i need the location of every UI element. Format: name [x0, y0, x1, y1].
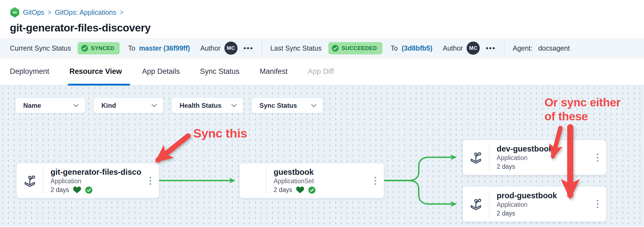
- agent-label: Agent:: [513, 44, 532, 52]
- annotation-or-sync-line1: Or sync either: [545, 96, 620, 109]
- node-age: 2 days: [497, 163, 515, 170]
- current-author-label: Author: [200, 44, 221, 52]
- breadcrumb-separator: >: [48, 8, 52, 16]
- filter-kind-dropdown[interactable]: Kind: [93, 98, 163, 113]
- node-kind: Application: [497, 154, 589, 162]
- breadcrumb-applications[interactable]: GitOps: Applications: [55, 8, 116, 16]
- node-kebab-menu[interactable]: [589, 153, 606, 162]
- node-title: prod-guestbook: [497, 191, 589, 200]
- sync-check-icon: [85, 186, 93, 194]
- edge-appset-to-prod: [384, 181, 456, 204]
- node-kebab-menu[interactable]: [589, 200, 606, 208]
- synced-badge-label: SYNCED: [91, 45, 115, 51]
- tab-deployment[interactable]: Deployment: [10, 58, 49, 85]
- node-title: git-generator-files-disco...: [51, 168, 142, 177]
- status-divider: [262, 42, 262, 54]
- node-git-generator-files-discovery[interactable]: git-generator-files-disco... Application…: [16, 163, 159, 198]
- current-to-label: To: [128, 44, 135, 52]
- sync-status-bar: Current Sync Status SYNCED To master (36…: [0, 38, 644, 58]
- last-author-label: Author: [443, 44, 463, 52]
- chevron-down-icon: [73, 104, 79, 107]
- last-to-label: To: [391, 44, 398, 52]
- current-author-avatar[interactable]: MC: [224, 42, 238, 55]
- annotation-sync-this: Sync this: [193, 126, 247, 141]
- breadcrumb: ∞ GitOps > GitOps: Applications >: [10, 7, 634, 18]
- edge-appset-to-dev: [384, 157, 456, 181]
- node-kebab-menu[interactable]: [367, 177, 384, 185]
- filter-sync-status-dropdown[interactable]: Sync Status: [251, 98, 323, 113]
- filter-health-status-label: Health Status: [180, 102, 221, 109]
- node-age: 2 days: [51, 186, 69, 194]
- node-dev-guestbook[interactable]: dev-guestbook Application 2 days: [462, 140, 606, 175]
- last-revision-link[interactable]: (3d8bfb5): [402, 44, 432, 52]
- current-sync-status-label: Current Sync Status: [10, 44, 71, 52]
- tab-app-details[interactable]: App Details: [142, 58, 180, 85]
- node-age: 2 days: [497, 210, 515, 217]
- health-heart-icon: [73, 186, 81, 194]
- check-circle-icon: [332, 45, 339, 52]
- annotation-or-sync: Or sync either of these: [545, 95, 620, 123]
- node-kebab-menu[interactable]: [142, 177, 159, 185]
- filter-kind-label: Kind: [101, 102, 116, 109]
- last-author-avatar[interactable]: MC: [467, 42, 480, 55]
- annotation-or-sync-line2: of these: [545, 110, 588, 123]
- chevron-down-icon: [231, 104, 237, 107]
- resource-graph-canvas[interactable]: Name Kind Health Status Sync Status: [0, 86, 644, 226]
- succeeded-badge-label: SUCCEEDED: [342, 45, 377, 51]
- arrow-sync-this: [158, 136, 188, 160]
- last-more-menu-icon[interactable]: •••: [486, 44, 496, 53]
- page-title: git-generator-files-discovery: [10, 22, 634, 34]
- node-kind: ApplicationSet: [274, 177, 367, 185]
- current-revision-link[interactable]: master (36f99ff): [139, 44, 190, 52]
- application-resource-icon: [22, 173, 38, 189]
- application-resource-icon: [468, 196, 484, 212]
- page-header: ∞ GitOps > GitOps: Applications > git-ge…: [0, 0, 644, 38]
- succeeded-badge: SUCCEEDED: [328, 42, 382, 54]
- gitops-logo-icon: ∞: [10, 7, 20, 18]
- app-tabs: Deployment Resource View App Details Syn…: [0, 58, 644, 86]
- filter-health-status-dropdown[interactable]: Health Status: [172, 98, 243, 113]
- chevron-down-icon: [151, 104, 157, 107]
- tab-resource-view[interactable]: Resource View: [69, 58, 122, 85]
- agent-info: Agent: docsagent: [513, 44, 570, 52]
- sync-check-icon: [308, 186, 316, 194]
- node-title: dev-guestbook: [497, 144, 589, 153]
- check-circle-icon: [81, 45, 88, 52]
- filter-bar: Name Kind Health Status Sync Status: [15, 98, 323, 113]
- application-resource-icon: [468, 150, 484, 165]
- current-more-menu-icon[interactable]: •••: [244, 44, 253, 53]
- node-title: guestbook: [274, 168, 367, 177]
- node-kind: Application: [497, 201, 589, 208]
- node-kind: Application: [51, 177, 142, 185]
- filter-name-dropdown[interactable]: Name: [15, 98, 85, 113]
- synced-badge: SYNCED: [78, 42, 120, 54]
- node-prod-guestbook[interactable]: prod-guestbook Application 2 days: [462, 186, 606, 222]
- breadcrumb-gitops[interactable]: GitOps: [23, 8, 44, 16]
- breadcrumb-separator: >: [120, 8, 124, 16]
- status-divider: [504, 42, 505, 54]
- node-guestbook-appset[interactable]: guestbook ApplicationSet 2 days: [239, 163, 384, 198]
- health-heart-icon: [296, 186, 304, 194]
- tab-app-diff: App Diff: [308, 58, 334, 85]
- tab-sync-status[interactable]: Sync Status: [200, 58, 239, 85]
- filter-sync-status-label: Sync Status: [259, 102, 297, 109]
- filter-name-label: Name: [23, 102, 41, 109]
- last-sync-status-label: Last Sync Status: [270, 44, 322, 52]
- tab-manifest[interactable]: Manifest: [260, 58, 288, 85]
- agent-value: docsagent: [538, 44, 570, 52]
- node-age: 2 days: [274, 186, 292, 194]
- chevron-down-icon: [311, 104, 317, 107]
